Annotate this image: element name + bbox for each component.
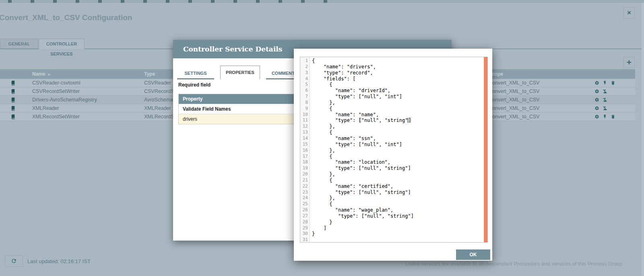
tab-settings[interactable]: SETTINGS [177,67,214,79]
disable-icon[interactable] [603,97,607,102]
ok-button[interactable]: OK [456,249,490,260]
value-editor-popup: 1234567891011121314151617181920212223242… [294,49,492,261]
refresh-icon [11,258,17,264]
row-actions [593,114,635,119]
cell-name: CSVReader-csvtoxml [24,80,136,86]
enable-icon[interactable] [603,80,607,85]
cell-name: XMLRecordSetWriter [24,114,136,119]
header-scope[interactable]: Scope [488,71,593,77]
disable-icon[interactable] [603,89,607,94]
gutter: 1234567891011121314151617181920212223242… [300,57,310,242]
last-updated-text: Last updated: 02:16:17 IST [27,258,91,264]
dialog-title: Controller Service Details [183,45,282,53]
book-icon [0,80,24,86]
cell-scope: Convert_XML_to_CSV [488,80,593,86]
close-icon[interactable]: × [623,7,635,19]
page-scrollbar[interactable] [642,3,644,276]
configure-icon[interactable] [594,106,599,111]
disable-icon[interactable] [603,106,607,111]
dialog-tabbar: SETTINGS PROPERTIES COMMENTS [177,66,309,79]
book-icon [0,97,24,103]
header-name[interactable]: Name▲ [24,71,136,77]
background-toolbar-strip [0,0,644,3]
configure-icon[interactable] [594,97,599,102]
cell-name: Drivers-AvroSchemaRegistry [24,97,136,103]
cell-scope: Convert_XML_to_CSV [488,114,593,119]
tab-controller-services[interactable]: CONTROLLER SERVICES [39,39,85,49]
cell-name: CSVRecordSetWriter [24,89,136,94]
toolbar-icon-fragments [8,0,330,3]
book-icon [0,106,24,111]
row-actions [593,89,635,94]
tab-general[interactable]: GENERAL [0,39,38,49]
delete-icon[interactable] [611,80,615,85]
sort-asc-icon: ▲ [47,72,51,76]
configure-icon[interactable] [594,114,599,119]
cell-scope: Convert_XML_to_CSV [488,97,593,103]
page-title: Convert_XML_to_CSV Configuration [0,13,132,22]
row-actions [593,106,635,111]
row-actions [593,80,635,85]
book-icon [0,89,24,94]
configure-icon[interactable] [594,89,599,94]
enable-icon[interactable] [603,114,607,119]
required-field-label: Required field [178,82,211,88]
add-service-button[interactable]: + [623,57,635,68]
refresh-button[interactable] [5,255,23,267]
row-actions [593,97,635,102]
json-code-editor[interactable]: 1234567891011121314151617181920212223242… [300,57,488,243]
footer-info-text: Listed services are available to all des… [405,261,624,267]
book-icon [0,114,24,119]
cell-scope: Convert_XML_to_CSV [488,105,593,111]
configure-icon[interactable] [594,80,599,85]
code-lines[interactable]: { "name": "drivers", "type": "record", "… [310,57,487,242]
cell-name: XMLReader [24,105,136,111]
cell-scope: Convert_XML_to_CSV [488,89,593,94]
tab-properties[interactable]: PROPERTIES [220,66,260,79]
editor-scrollbar[interactable] [484,57,487,242]
delete-icon[interactable] [611,114,615,119]
